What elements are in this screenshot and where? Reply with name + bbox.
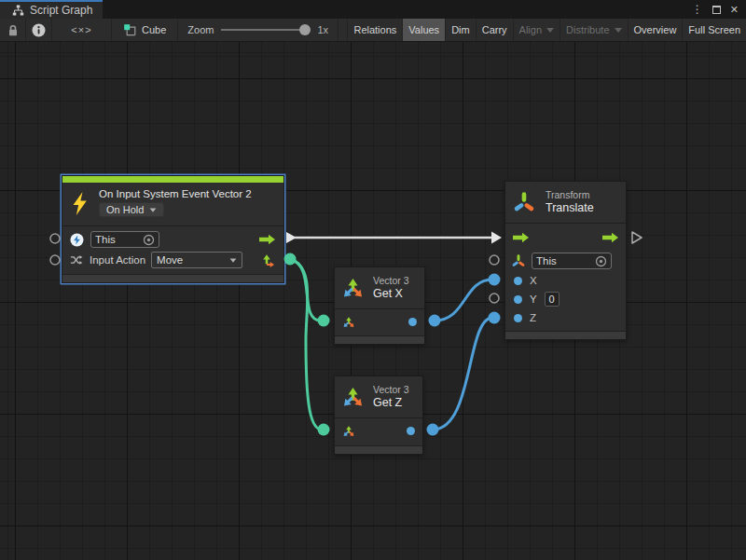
graph-toolbar: <×> Cube Zoom 1x RelationsValuesDimCarry… — [0, 19, 746, 42]
script-graph-asset-icon — [123, 23, 137, 37]
toolbar-button-values[interactable]: Values — [402, 19, 445, 41]
event-input-action-row: Input Action Move — [62, 250, 283, 270]
node-title: Translate — [546, 201, 594, 215]
zoom-label: Zoom — [187, 24, 214, 35]
toolbar-button-overview[interactable]: Overview — [628, 19, 683, 41]
toolbar-button-align: Align — [513, 19, 560, 41]
x-input-port[interactable] — [514, 277, 522, 285]
maximize-icon[interactable] — [712, 6, 721, 14]
script-graph-window: Script Graph ⋮ ✕ <×> — [0, 0, 746, 560]
y-input-port[interactable] — [514, 295, 522, 304]
node-category: Transform — [546, 189, 594, 201]
close-icon[interactable]: ✕ — [730, 5, 739, 15]
toolbar-button-label: Full Screen — [688, 24, 740, 35]
exec-output-arrow-icon[interactable] — [258, 234, 276, 245]
gameobject-bolt-icon — [70, 233, 84, 247]
event-node-title: On Input System Event Vector 2 — [99, 188, 252, 199]
info-button[interactable] — [26, 19, 52, 41]
node-footer — [335, 335, 424, 344]
lock-button[interactable] — [0, 19, 26, 41]
window-menu-icon[interactable]: ⋮ — [692, 4, 703, 15]
node-category: Vector 3 — [373, 384, 409, 396]
node-footer — [505, 331, 626, 339]
vector3-icon — [341, 386, 365, 409]
toolbar-button-label: Values — [408, 24, 439, 35]
node-footer — [335, 445, 422, 454]
vector3-icon — [341, 277, 365, 300]
port-x-label: X — [530, 275, 537, 286]
event-mode-dropdown[interactable]: On Hold — [99, 202, 164, 217]
toolbar-button-label: Overview — [634, 24, 677, 35]
input-action-icon — [70, 253, 83, 266]
vector3-input-port-icon[interactable] — [342, 316, 355, 329]
exec-input-arrow-icon[interactable] — [512, 232, 530, 243]
zoom-control: Zoom 1x — [178, 19, 338, 41]
node-vector3-get-x[interactable]: Vector 3 Get X — [334, 266, 425, 345]
toolbar-button-distribute: Distribute — [560, 19, 627, 41]
toolbar-button-label: Dim — [451, 24, 470, 35]
graph-hierarchy-icon — [12, 5, 24, 17]
toolbar-button-label: Relations — [353, 24, 396, 35]
transform-y-row: Y 0 — [505, 290, 626, 308]
tab-title: Script Graph — [30, 4, 92, 17]
node-title: Get Z — [373, 396, 409, 410]
exec-output-arrow-icon[interactable] — [601, 232, 619, 243]
node-vector3-get-z[interactable]: Vector 3 Get Z — [334, 376, 423, 455]
zoom-slider[interactable] — [221, 29, 310, 31]
z-input-port[interactable] — [514, 314, 522, 322]
dropdown-caret-icon — [150, 208, 157, 212]
toolbar-button-dim[interactable]: Dim — [445, 19, 476, 41]
transform-z-row: Z — [505, 308, 626, 327]
zoom-slider-handle[interactable] — [299, 24, 311, 35]
graph-name-label: Cube — [142, 24, 166, 35]
dropdown-caret-icon — [546, 28, 554, 33]
port-z-label: Z — [530, 312, 536, 323]
float-output-port[interactable] — [408, 318, 417, 326]
toolbar-button-carry[interactable]: Carry — [476, 19, 513, 41]
object-picker-icon[interactable] — [595, 255, 607, 267]
info-icon — [32, 23, 46, 37]
embed-code-glyph: <×> — [71, 24, 91, 35]
node-footer — [62, 274, 283, 282]
transform-icon — [513, 191, 535, 213]
dropdown-caret-icon — [615, 28, 622, 33]
toolbar-button-label: Align — [519, 24, 542, 35]
y-value-field[interactable]: 0 — [545, 292, 560, 307]
vector3-input-port-icon[interactable] — [342, 425, 355, 438]
transform-mini-icon — [512, 254, 525, 267]
dropdown-caret-icon — [230, 258, 237, 262]
event-node-accent-bar — [62, 176, 283, 183]
toolbar-button-label: Carry — [482, 24, 507, 35]
transform-target-field[interactable]: This — [532, 253, 612, 269]
embed-code-button[interactable]: <×> — [52, 19, 112, 41]
node-on-input-system-event[interactable]: On Input System Event Vector 2 On Hold T… — [62, 175, 284, 283]
get-z-port-row — [335, 418, 422, 444]
zoom-value: 1x — [317, 24, 328, 35]
port-y-label: Y — [530, 294, 537, 305]
toolbar-button-label: Distribute — [566, 24, 609, 35]
object-picker-icon[interactable] — [143, 234, 155, 246]
lightning-bolt-icon — [71, 192, 89, 215]
transform-exec-row — [505, 224, 626, 251]
transform-target-row: This — [505, 251, 626, 271]
float-output-port[interactable] — [407, 427, 415, 435]
toolbar-button-relations[interactable]: Relations — [347, 19, 402, 41]
transform-x-row: X — [505, 271, 626, 290]
input-action-dropdown[interactable]: Move — [151, 252, 242, 268]
vector2-output-icon[interactable] — [260, 253, 276, 268]
tab-script-graph[interactable]: Script Graph — [0, 0, 103, 19]
toolbar-button-full-screen[interactable]: Full Screen — [682, 19, 746, 41]
node-title: Get X — [373, 287, 409, 301]
get-x-port-row — [335, 309, 424, 335]
lock-icon — [7, 24, 19, 36]
node-category: Vector 3 — [373, 275, 409, 287]
input-action-label: Input Action — [90, 254, 145, 266]
title-bar: Script Graph ⋮ ✕ — [0, 0, 746, 19]
graph-breadcrumb-cube[interactable]: Cube — [112, 19, 178, 41]
node-transform-translate[interactable]: Transform Translate This — [504, 181, 627, 340]
event-target-field[interactable]: This — [90, 231, 159, 248]
toolbar-buttons: RelationsValuesDimCarryAlignDistributeOv… — [347, 19, 746, 41]
event-target-row: This — [62, 229, 283, 250]
